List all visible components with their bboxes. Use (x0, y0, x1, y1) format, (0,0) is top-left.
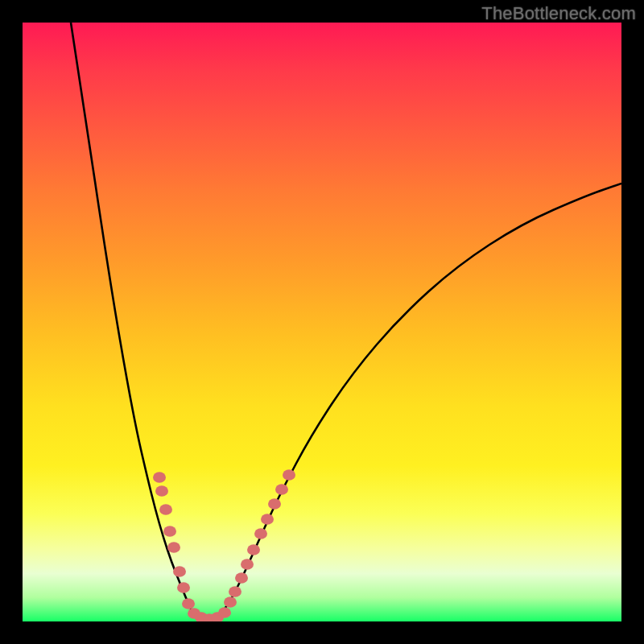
curve-path (71, 23, 621, 619)
highlight-dot (229, 586, 242, 597)
highlight-dot (167, 542, 180, 553)
highlight-dot (177, 582, 190, 593)
highlight-dot (159, 504, 172, 515)
highlight-dots-group (153, 469, 295, 621)
bottleneck-curve (23, 23, 621, 621)
highlight-dot (182, 598, 195, 609)
highlight-dot (283, 469, 295, 481)
chart-frame (23, 23, 621, 621)
highlight-dot (254, 528, 267, 539)
highlight-dot (241, 559, 254, 570)
highlight-dot (268, 498, 281, 510)
highlight-dot (224, 597, 237, 608)
highlight-dot (173, 566, 186, 577)
highlight-dot (163, 526, 176, 537)
highlight-dot (218, 607, 231, 618)
highlight-dot (155, 485, 168, 497)
highlight-dot (153, 472, 166, 483)
highlight-dot (247, 544, 260, 555)
highlight-dot (261, 514, 274, 525)
highlight-dot (235, 572, 248, 584)
highlight-dot (275, 484, 288, 495)
watermark-text: TheBottleneck.com (481, 3, 636, 24)
